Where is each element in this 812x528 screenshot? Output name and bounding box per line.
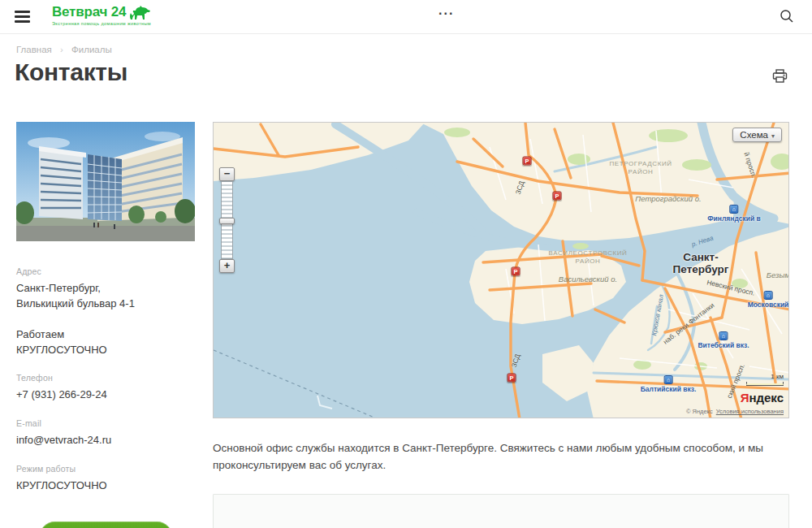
book-online-button[interactable]: Запись онлайн	[40, 522, 172, 528]
contact-sidebar: Адрес Санкт-Петербург, Вилькицкий бульва…	[16, 122, 195, 528]
schedule-label: Режим работы	[16, 464, 195, 474]
main-content: ПЕТРОГРАДСКИЙ РАЙОНПетроградский о.ВАСИЛ…	[213, 122, 789, 528]
contacts-page: Ветврач 24 Экстренная помощь домашним жи…	[0, 0, 812, 528]
search-icon[interactable]	[780, 9, 794, 27]
phone-block: Телефон +7 (931) 266-29-24	[16, 373, 195, 403]
address-block: Адрес Санкт-Петербург, Вилькицкий бульва…	[16, 266, 195, 312]
yandex-map[interactable]: ПЕТРОГРАДСКИЙ РАЙОНПетроградский о.ВАСИЛ…	[213, 122, 789, 418]
email-label: E-mail	[16, 418, 195, 428]
dog-icon	[129, 6, 150, 21]
site-logo[interactable]: Ветврач 24 Экстренная помощь домашним жи…	[52, 4, 151, 26]
hamburger-menu-icon[interactable]	[15, 11, 30, 23]
address-label: Адрес	[16, 266, 195, 276]
collapsed-menu-button[interactable]: ...	[438, 3, 454, 18]
map-layer-selector[interactable]: Схема▾	[732, 128, 782, 142]
map-geography	[214, 123, 789, 418]
yandex-logo[interactable]: Яндекс	[741, 391, 784, 405]
scale-label: 1 км	[746, 373, 784, 380]
email-block: E-mail info@vetvrach-24.ru	[16, 418, 195, 448]
page-title: Контакты	[15, 58, 127, 86]
hours-note-block: Работаем КРУГЛОСУТОЧНО	[16, 327, 195, 358]
breadcrumb-home[interactable]: Главная	[16, 45, 52, 54]
office-description: Основной офис службы находится в Санкт-П…	[213, 440, 789, 474]
schedule-value: КРУГЛОСУТОЧНО	[16, 478, 195, 494]
terms-of-use-link[interactable]: Условия использования	[716, 408, 784, 415]
logo-title: Ветврач 24	[52, 4, 126, 20]
top-header: Ветврач 24 Экстренная помощь домашним жи…	[0, 0, 812, 34]
email-value[interactable]: info@vetvrach-24.ru	[16, 433, 195, 448]
zoom-slider[interactable]	[221, 181, 233, 259]
logo-tagline: Экстренная помощь домашним животным	[52, 21, 151, 26]
office-building-photo	[16, 122, 195, 241]
address-line2: Вилькицкий бульвар 4-1	[16, 296, 195, 312]
zoom-out-button[interactable]: −	[219, 167, 235, 181]
bottom-section-box	[213, 494, 789, 528]
map-scalebar: 1 км	[746, 373, 784, 385]
print-icon[interactable]	[772, 69, 788, 87]
scale-line	[746, 382, 784, 385]
breadcrumb: Главная › Филиалы	[16, 45, 112, 54]
map-zoom-control: − +	[219, 167, 235, 273]
map-attribution: © ЯндексУсловия использования	[686, 408, 784, 415]
copyright-text: © Яндекс	[686, 408, 713, 415]
map-layer-label: Схема	[740, 130, 768, 140]
schedule-block: Режим работы КРУГЛОСУТОЧНО	[16, 464, 195, 494]
address-line1: Санкт-Петербург,	[16, 281, 195, 296]
hours-note-line1: Работаем	[16, 327, 195, 343]
phone-value[interactable]: +7 (931) 266-29-24	[16, 387, 195, 403]
breadcrumb-current[interactable]: Филиалы	[71, 45, 112, 54]
phone-label: Телефон	[16, 373, 195, 383]
chevron-down-icon: ▾	[771, 132, 775, 140]
breadcrumb-separator: ›	[60, 45, 63, 54]
zoom-in-button[interactable]: +	[219, 259, 235, 273]
hours-note-line2: КРУГЛОСУТОЧНО	[16, 343, 195, 358]
zoom-slider-handle[interactable]	[219, 218, 235, 224]
